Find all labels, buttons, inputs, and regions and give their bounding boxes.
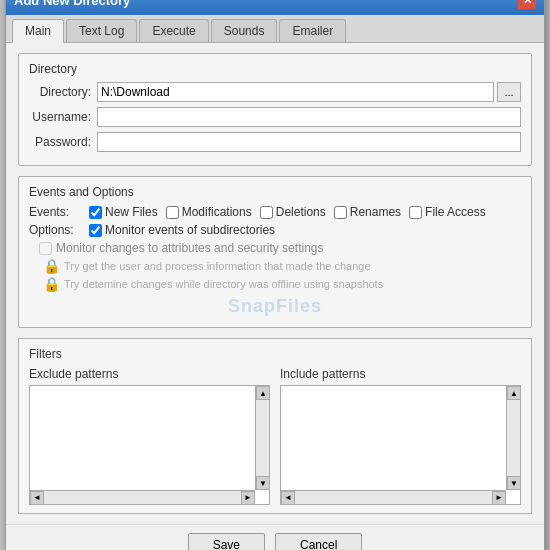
username-label: Username:: [29, 110, 97, 124]
include-scrollbar-h[interactable]: ◄ ►: [281, 490, 506, 504]
cancel-button[interactable]: Cancel: [275, 533, 362, 550]
event-new-files[interactable]: New Files: [89, 205, 158, 219]
username-field-row: Username:: [29, 107, 521, 127]
username-input[interactable]: [97, 107, 521, 127]
tab-execute[interactable]: Execute: [139, 19, 208, 42]
exclude-patterns-input[interactable]: [30, 386, 255, 504]
tab-bar: Main Text Log Execute Sounds Emailer: [6, 15, 544, 43]
events-label: Events:: [29, 205, 87, 219]
tab-emailer[interactable]: Emailer: [279, 19, 346, 42]
directory-section: Directory Directory: ... Username: Passw…: [18, 53, 532, 166]
password-label: Password:: [29, 135, 97, 149]
tab-sounds[interactable]: Sounds: [211, 19, 278, 42]
exclude-label: Exclude patterns: [29, 367, 270, 381]
exclude-scrollbar-v[interactable]: ▲ ▼: [255, 386, 269, 490]
exclude-scroll-right[interactable]: ►: [241, 491, 255, 505]
event-renames[interactable]: Renames: [334, 205, 401, 219]
events-section: Events and Options Events: New Files Mod…: [18, 176, 532, 328]
title-bar: Add New Directory ✕: [6, 0, 544, 15]
main-content: Directory Directory: ... Username: Passw…: [6, 43, 544, 524]
options-row: Options: Monitor events of subdirectorie…: [29, 223, 521, 237]
directory-field-row: Directory: ...: [29, 82, 521, 102]
include-scroll-down[interactable]: ▼: [507, 476, 521, 490]
password-field-row: Password:: [29, 132, 521, 152]
event-deletions[interactable]: Deletions: [260, 205, 326, 219]
bottom-bar: Save Cancel: [6, 524, 544, 550]
icon-row-2: 🔒 Try detemine changes while directory w…: [43, 276, 521, 292]
window-title: Add New Directory: [14, 0, 130, 8]
option-monitor-subdirs[interactable]: Monitor events of subdirectories: [89, 223, 275, 237]
options-label: Options:: [29, 223, 87, 237]
directory-label: Directory:: [29, 85, 97, 99]
include-col: Include patterns ▲ ▼ ◄ ►: [280, 367, 521, 505]
option-monitor-attrs: Monitor changes to attributes and securi…: [39, 241, 521, 255]
exclude-scrollbar-h[interactable]: ◄ ►: [30, 490, 255, 504]
filters-title: Filters: [29, 347, 521, 361]
include-patterns-input[interactable]: [281, 386, 506, 504]
events-row: Events: New Files Modifications Deletion…: [29, 205, 521, 219]
save-button[interactable]: Save: [188, 533, 265, 550]
event-modifications[interactable]: Modifications: [166, 205, 252, 219]
include-label: Include patterns: [280, 367, 521, 381]
password-input[interactable]: [97, 132, 521, 152]
directory-input[interactable]: [97, 82, 494, 102]
filters-section: Filters Exclude patterns ▲ ▼ ◄ ►: [18, 338, 532, 514]
directory-section-title: Directory: [29, 62, 521, 76]
include-scroll-left[interactable]: ◄: [281, 491, 295, 505]
include-scrollbar-v[interactable]: ▲ ▼: [506, 386, 520, 490]
filters-row: Exclude patterns ▲ ▼ ◄ ►: [29, 367, 521, 505]
lock-icon-2: 🔒: [43, 276, 60, 292]
tab-main[interactable]: Main: [12, 19, 64, 43]
include-textarea-wrap: ▲ ▼ ◄ ►: [280, 385, 521, 505]
main-window: Add New Directory ✕ Main Text Log Execut…: [5, 0, 545, 550]
watermark: SnapFiles: [29, 294, 521, 319]
lock-icon-1: 🔒: [43, 258, 60, 274]
tab-textlog[interactable]: Text Log: [66, 19, 137, 42]
close-button[interactable]: ✕: [518, 0, 536, 9]
browse-button[interactable]: ...: [497, 82, 521, 102]
event-file-access[interactable]: File Access: [409, 205, 486, 219]
exclude-scroll-left[interactable]: ◄: [30, 491, 44, 505]
include-scroll-right[interactable]: ►: [492, 491, 506, 505]
icon-row-1: 🔒 Try get the user and process informati…: [43, 258, 521, 274]
exclude-scroll-down[interactable]: ▼: [256, 476, 270, 490]
exclude-textarea-wrap: ▲ ▼ ◄ ►: [29, 385, 270, 505]
exclude-scroll-up[interactable]: ▲: [256, 386, 270, 400]
events-section-title: Events and Options: [29, 185, 521, 199]
include-scroll-up[interactable]: ▲: [507, 386, 521, 400]
exclude-col: Exclude patterns ▲ ▼ ◄ ►: [29, 367, 270, 505]
